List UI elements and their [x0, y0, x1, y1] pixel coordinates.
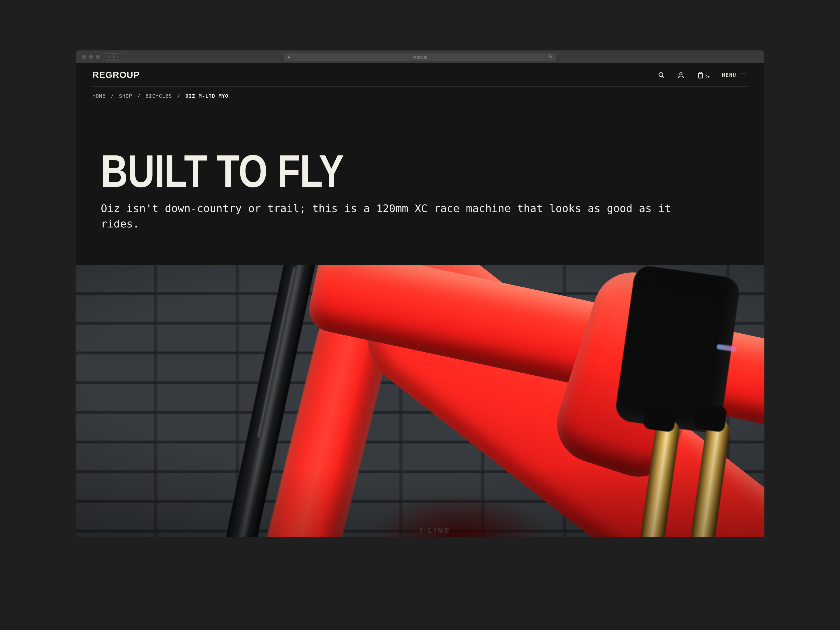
breadcrumb-shop[interactable]: SHOP [119, 93, 132, 99]
window-controls [82, 55, 99, 59]
window-close-button[interactable] [82, 55, 86, 59]
browser-url-bar[interactable]: 🔒︎ regroup ↻ [284, 53, 556, 61]
svg-line-1 [662, 76, 663, 77]
account-icon[interactable] [677, 71, 685, 79]
hero-subtitle: Oiz isn't down-country or trail; this is… [101, 201, 706, 232]
cart-badge: 9+ [705, 74, 710, 79]
breadcrumb-separator: / [137, 93, 141, 99]
breadcrumb-home[interactable]: HOME [92, 93, 106, 99]
breadcrumb-current: OIZ M-LTD MYO [185, 93, 229, 99]
header-actions: 9+ MENU [658, 71, 748, 79]
breadcrumb-bicycles[interactable]: BICYCLES [145, 93, 172, 99]
browser-window: ‹ › 🔒︎ regroup ↻ REGROUP [76, 51, 764, 537]
menu-label: MENU [722, 72, 736, 78]
lock-icon: 🔒︎ [287, 55, 291, 59]
breadcrumb: HOME / SHOP / BICYCLES / OIZ M-LTD MYO [92, 87, 748, 99]
menu-button[interactable]: MENU [722, 72, 748, 78]
browser-forward-button[interactable]: › [114, 54, 122, 60]
chevron-left-icon: ‹ [109, 55, 110, 59]
chevron-right-icon: › [117, 55, 118, 59]
window-zoom-button[interactable] [96, 55, 99, 59]
hero-image: I-LINE [76, 265, 764, 537]
search-icon[interactable] [658, 71, 665, 79]
page-content: REGROUP 9+ MENU [76, 63, 764, 537]
window-minimize-button[interactable] [89, 55, 93, 59]
hero-title: BUILT TO FLY [101, 149, 631, 193]
refresh-icon[interactable]: ↻ [549, 54, 553, 59]
cart-button[interactable]: 9+ [697, 71, 710, 79]
svg-point-2 [680, 73, 682, 75]
hero-section: BUILT TO FLY Oiz isn't down-country or t… [92, 99, 748, 265]
breadcrumb-separator: / [111, 93, 114, 99]
shopping-bag-icon [697, 71, 704, 79]
browser-url-text: regroup [413, 55, 427, 59]
browser-back-button[interactable]: ‹ [105, 54, 114, 60]
breadcrumb-separator: / [177, 93, 180, 99]
site-header: REGROUP 9+ MENU [92, 63, 748, 87]
browser-chrome: ‹ › 🔒︎ regroup ↻ [76, 51, 764, 63]
site-logo[interactable]: REGROUP [92, 70, 140, 80]
browser-nav-arrows: ‹ › [105, 53, 122, 60]
hamburger-icon [741, 73, 747, 77]
